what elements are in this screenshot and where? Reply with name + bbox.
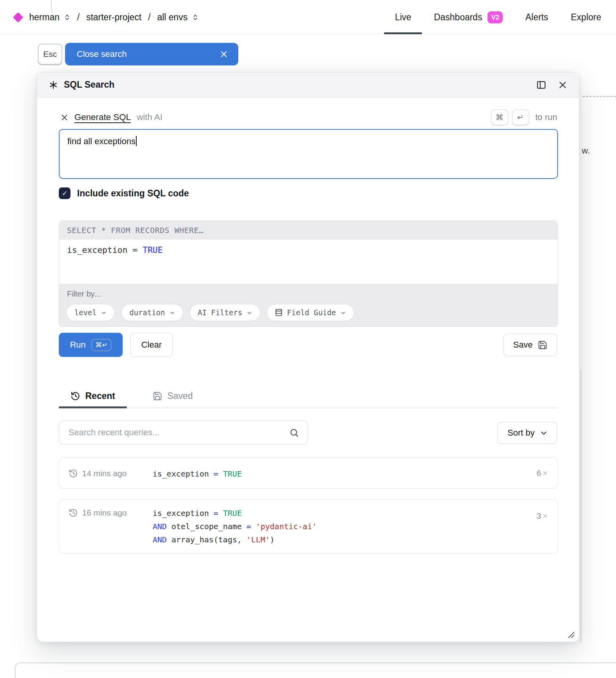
query-timestamp: 16 mins ago	[69, 507, 127, 518]
query-timestamp: 14 mins ago	[69, 458, 127, 489]
chip-duration[interactable]: duration	[121, 304, 183, 321]
history-icon	[70, 391, 80, 401]
ai-prompt-input[interactable]: find all exceptions	[59, 129, 558, 179]
close-search-label: Close search	[65, 49, 127, 59]
chip-duration-label: duration	[129, 308, 165, 317]
chip-ai-filters[interactable]: AI Filters	[190, 304, 260, 321]
generate-sql-row: Generate SQL with AI ⌘ ↵ to run	[60, 109, 557, 125]
generate-sql-link[interactable]: Generate SQL	[74, 112, 131, 122]
search-icon[interactable]	[289, 428, 308, 438]
include-sql-label[interactable]: Include existing SQL code	[77, 188, 189, 199]
filter-chips: level duration AI Filters Field Guide	[66, 304, 558, 321]
background-dashed-line	[583, 96, 616, 97]
chip-ai-filters-label: AI Filters	[198, 308, 242, 317]
chevron-down-icon	[540, 429, 547, 437]
sql-token-value: TRUE	[143, 245, 163, 255]
tab-saved[interactable]: Saved	[141, 384, 204, 408]
env-selector-icon[interactable]	[192, 14, 199, 21]
background-card-edge	[15, 662, 616, 678]
run-shortcut-badge: ⌘↵	[92, 339, 111, 351]
sort-by-label: Sort by	[507, 428, 535, 438]
nav-tabs: Live Dashboards V2 Alerts Explore	[395, 0, 616, 34]
sql-editor-header: SELECT * FROM RECORDS WHERE…	[59, 221, 558, 240]
query-code-line: AND otel_scope_name = 'pydantic-ai'	[153, 520, 317, 533]
close-icon[interactable]	[220, 50, 238, 58]
query-code: is_exception = TRUE AND otel_scope_name …	[153, 507, 317, 546]
dashboards-v2-badge: V2	[488, 11, 503, 23]
tab-explore-label: Explore	[571, 12, 601, 23]
breadcrumb-org[interactable]: herman	[29, 12, 60, 23]
sql-token-identifier: is_exception	[67, 245, 127, 255]
background-divider-line	[581, 370, 581, 643]
esc-keycap-label: Esc	[43, 49, 57, 59]
tab-recent[interactable]: Recent	[59, 384, 127, 408]
chevron-down-icon	[340, 310, 346, 316]
org-selector-icon[interactable]	[64, 14, 70, 21]
include-sql-row: ✓ Include existing SQL code	[59, 187, 189, 199]
close-search-button[interactable]: Close search	[65, 43, 238, 65]
recent-search	[59, 420, 308, 445]
breadcrumb-project[interactable]: starter-project	[86, 12, 141, 23]
chevron-down-icon	[246, 310, 252, 316]
generate-sql-dismiss-icon[interactable]	[60, 113, 69, 122]
resize-handle[interactable]	[567, 630, 575, 639]
esc-keycap[interactable]: Esc	[38, 44, 62, 65]
recent-query-row[interactable]: 16 mins ago is_exception = TRUE AND otel…	[59, 499, 558, 554]
run-shortcut-hint: ⌘ ↵ to run	[491, 109, 557, 125]
ai-prompt-text: find all exceptions	[67, 136, 136, 146]
recent-search-input[interactable]	[59, 427, 289, 438]
run-button[interactable]: Run ⌘↵	[59, 333, 123, 357]
run-hint-label: to run	[535, 112, 557, 122]
background-partial-text: w.	[582, 146, 590, 156]
logo-diamond-icon[interactable]	[13, 12, 23, 23]
include-sql-checkbox[interactable]: ✓	[59, 187, 70, 199]
save-icon	[153, 391, 162, 401]
generate-sql-suffix: with AI	[137, 112, 162, 122]
chip-field-guide[interactable]: Field Guide	[267, 304, 354, 321]
database-icon	[275, 309, 283, 316]
save-button[interactable]: Save	[503, 334, 557, 356]
query-time-label: 16 mins ago	[82, 508, 127, 517]
background-tick-line	[51, 0, 52, 12]
breadcrumb: herman / starter-project / all envs	[13, 0, 199, 34]
sparkle-asterisk-icon	[49, 80, 58, 90]
tab-live[interactable]: Live	[395, 0, 411, 34]
query-code: is_exception = TRUE	[153, 467, 242, 480]
modal-close-icon[interactable]	[558, 80, 567, 90]
sql-token-operator: =	[132, 245, 137, 255]
tab-saved-label: Saved	[167, 391, 193, 401]
breadcrumb-separator: /	[147, 12, 151, 23]
split-panel-icon[interactable]	[536, 80, 546, 90]
sql-search-modal: SQL Search Generate SQL with AI ⌘ ↵ to r…	[37, 72, 579, 642]
recent-query-row[interactable]: 14 mins ago is_exception = TRUE 6×	[59, 457, 558, 489]
enter-keycap: ↵	[512, 109, 529, 125]
sql-code-area[interactable]: is_exception = TRUE	[59, 240, 558, 284]
sort-by-button[interactable]: Sort by	[498, 422, 557, 444]
breadcrumb-separator: /	[76, 12, 80, 23]
history-icon	[69, 508, 78, 517]
tab-recent-label: Recent	[85, 391, 115, 401]
query-run-count: 6×	[537, 468, 547, 478]
tab-dashboards-label: Dashboards	[434, 12, 482, 23]
clear-button-label: Clear	[141, 340, 162, 350]
text-caret	[136, 136, 137, 146]
run-button-label: Run	[70, 340, 86, 350]
query-run-count: 3×	[537, 511, 547, 521]
sql-editor: SELECT * FROM RECORDS WHERE… is_exceptio…	[59, 221, 558, 327]
query-time-label: 14 mins ago	[82, 469, 127, 478]
history-tabs: Recent Saved	[59, 384, 558, 408]
query-code-line: is_exception = TRUE	[153, 507, 317, 520]
chevron-down-icon	[169, 310, 175, 316]
tab-dashboards[interactable]: Dashboards V2	[434, 0, 503, 34]
cmd-keycap: ⌘	[491, 109, 508, 125]
chevron-down-icon	[101, 310, 107, 316]
chip-field-guide-label: Field Guide	[287, 308, 336, 317]
clear-button[interactable]: Clear	[130, 333, 172, 357]
tab-alerts[interactable]: Alerts	[525, 0, 548, 34]
chip-level[interactable]: level	[66, 304, 115, 321]
breadcrumb-env[interactable]: all envs	[157, 12, 188, 23]
filter-by-label: Filter by...	[67, 290, 558, 298]
tab-alerts-label: Alerts	[525, 12, 548, 23]
modal-title: SQL Search	[64, 79, 114, 90]
tab-explore[interactable]: Explore	[571, 0, 601, 34]
